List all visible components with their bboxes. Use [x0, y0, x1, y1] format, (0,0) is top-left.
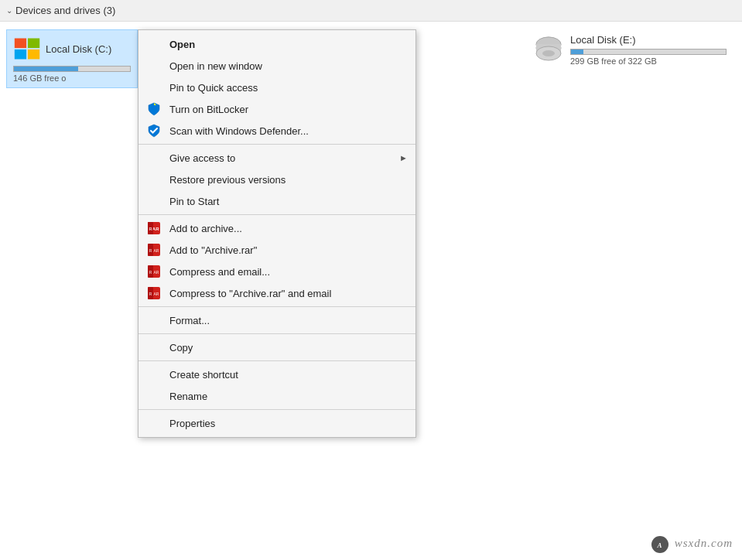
- menu-item-pin-start[interactable]: Pin to Start: [138, 190, 415, 212]
- menu-item-bitlocker[interactable]: Turn on BitLocker: [138, 98, 415, 120]
- svg-text:AR: AR: [154, 292, 159, 296]
- menu-item-open-new-window[interactable]: Open in new window: [138, 55, 415, 77]
- menu-item-pin-quick-access[interactable]: Pin to Quick access: [138, 77, 415, 98]
- chevron-icon: ⌄: [6, 6, 12, 15]
- menu-item-compress-email[interactable]: R AR Compress and email...: [138, 261, 415, 282]
- rar-icon-2: R AR: [146, 242, 162, 258]
- svg-rect-1: [28, 39, 39, 49]
- menu-add-archive-rar-label: Add to "Archive.rar": [169, 244, 257, 256]
- menu-copy-label: Copy: [169, 342, 193, 353]
- svg-text:AR: AR: [154, 248, 159, 253]
- menu-item-give-access[interactable]: Give access to ►: [138, 147, 415, 169]
- drive-e[interactable]: Local Disk (E:) 299 GB free of 322 GB: [533, 34, 727, 67]
- separator-5: [138, 360, 415, 361]
- separator-4: [138, 333, 415, 334]
- rar-icon-3: R AR: [146, 264, 162, 279]
- rar-icon-4: R AR: [146, 285, 162, 301]
- watermark-logo: A: [651, 535, 669, 554]
- menu-item-compress-rar-email[interactable]: R AR Compress to "Archive.rar" and email: [138, 282, 415, 304]
- menu-open-label: Open: [169, 39, 195, 50]
- menu-defender-label: Scan with Windows Defender...: [169, 125, 309, 137]
- menu-add-archive-label: Add to archive...: [169, 223, 242, 234]
- svg-text:A: A: [656, 541, 662, 549]
- menu-bitlocker-label: Turn on BitLocker: [169, 104, 248, 115]
- menu-item-defender[interactable]: Scan with Windows Defender...: [138, 120, 415, 142]
- menu-create-shortcut-label: Create shortcut: [169, 369, 238, 381]
- separator-1: [138, 144, 415, 145]
- bitlocker-shield-icon: [146, 101, 162, 117]
- menu-format-label: Format...: [169, 315, 210, 326]
- separator-6: [138, 409, 415, 410]
- menu-open-new-window-label: Open in new window: [169, 60, 262, 72]
- menu-item-open[interactable]: Open: [138, 33, 415, 55]
- drive-e-free: 299 GB free of 322 GB: [570, 56, 657, 66]
- svg-text:AR: AR: [154, 270, 159, 275]
- drive-c-bar-fill: [14, 67, 78, 71]
- drive-c[interactable]: Local Disk (C:) 146 GB free o: [6, 29, 138, 88]
- svg-rect-3: [28, 50, 39, 60]
- menu-compress-rar-email-label: Compress to "Archive.rar" and email: [169, 288, 331, 299]
- menu-pin-quick-access-label: Pin to Quick access: [169, 82, 258, 94]
- drive-e-bar: [570, 49, 727, 55]
- menu-item-add-archive-rar[interactable]: R AR Add to "Archive.rar": [138, 239, 415, 261]
- svg-point-12: [542, 50, 555, 56]
- give-access-arrow-icon: ►: [399, 153, 408, 162]
- drive-c-bar: [13, 66, 131, 72]
- svg-rect-2: [15, 50, 26, 60]
- defender-shield-icon: [146, 123, 162, 138]
- drive-e-name: Local Disk (E:): [570, 34, 636, 46]
- separator-2: [138, 214, 415, 215]
- drive-e-bar-fill: [571, 50, 583, 54]
- menu-restore-previous-label: Restore previous versions: [169, 174, 286, 186]
- rar-icon-1: RAR R: [146, 220, 162, 236]
- explorer-background: ⌄ Devices and drives (3) Local Disk (C:): [0, 0, 742, 560]
- context-menu: Open Open in new window Pin to Quick acc…: [138, 29, 416, 438]
- menu-item-restore-previous[interactable]: Restore previous versions: [138, 169, 415, 190]
- menu-compress-email-label: Compress and email...: [169, 266, 270, 278]
- drive-c-name: Local Disk (C:): [46, 43, 111, 55]
- menu-item-add-archive[interactable]: RAR R Add to archive...: [138, 217, 415, 239]
- drive-c-free: 146 GB free o: [13, 73, 67, 83]
- menu-item-format[interactable]: Format...: [138, 309, 415, 331]
- menu-pin-start-label: Pin to Start: [169, 196, 219, 207]
- menu-item-properties[interactable]: Properties: [138, 412, 415, 434]
- menu-give-access-label: Give access to: [169, 152, 235, 164]
- watermark: A wsxdn.com: [651, 535, 733, 554]
- separator-3: [138, 306, 415, 307]
- svg-rect-0: [15, 39, 26, 49]
- section-title: Devices and drives (3): [15, 5, 115, 16]
- windows-icon: [13, 35, 41, 63]
- section-header: ⌄ Devices and drives (3): [0, 0, 742, 22]
- svg-text:R: R: [149, 292, 152, 296]
- svg-text:R: R: [149, 270, 152, 275]
- drive-e-area: Local Disk (E:) 299 GB free of 322 GB: [533, 34, 727, 67]
- svg-text:R: R: [149, 227, 152, 231]
- menu-item-create-shortcut[interactable]: Create shortcut: [138, 364, 415, 385]
- menu-rename-label: Rename: [169, 391, 207, 402]
- menu-item-rename[interactable]: Rename: [138, 385, 415, 407]
- hdd-icon-e: [533, 34, 564, 62]
- menu-item-copy[interactable]: Copy: [138, 336, 415, 358]
- svg-text:R: R: [149, 248, 152, 253]
- menu-properties-label: Properties: [169, 418, 215, 429]
